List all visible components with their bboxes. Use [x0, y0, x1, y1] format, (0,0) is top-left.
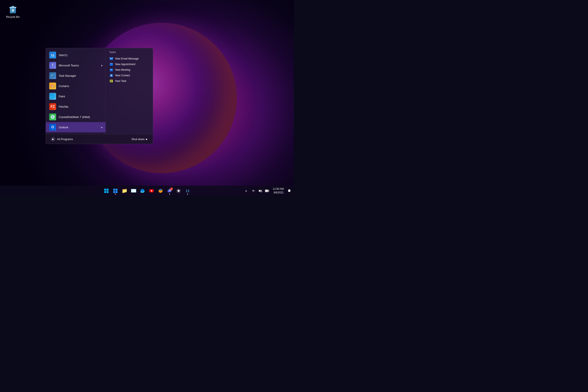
task-new-meeting[interactable]: New Meeting — [109, 67, 149, 73]
all-programs-arrow-icon: ▶ — [51, 137, 55, 141]
appointment-task-icon — [109, 62, 114, 66]
clock-date: 8/6/2021 — [273, 191, 284, 194]
menu-item-crystaldisk-label: CrystalDiskMark 7 (64bit) — [59, 116, 90, 119]
wifi-icon[interactable] — [250, 188, 256, 194]
start11-dot — [115, 194, 116, 194]
contact-task-icon — [109, 74, 114, 77]
outlook-icon: O — [49, 124, 56, 131]
shutdown-label: Shut down — [132, 138, 145, 141]
svg-rect-40 — [269, 190, 269, 191]
taskbar-teams-icon[interactable]: T 1 — [165, 186, 174, 195]
teams-icon: T — [49, 62, 56, 69]
all-programs-label: All Programs — [57, 138, 73, 141]
menu-item-filezilla-label: FileZilla — [59, 105, 68, 108]
tray-chevron-button[interactable]: ∧ — [243, 188, 249, 194]
task-new-email[interactable]: New Email Message — [109, 56, 149, 62]
start-menu: 11 Start11 T Microsoft Teams ▶ — [46, 48, 153, 144]
svg-rect-26 — [113, 191, 115, 193]
volume-icon[interactable] — [257, 188, 263, 194]
clock-time: 11:00 AM — [273, 187, 284, 191]
shutdown-arrow: ▶ — [146, 138, 148, 140]
svg-rect-27 — [116, 191, 118, 193]
curtains-icon: 🎨 — [49, 82, 56, 90]
svg-rect-8 — [53, 76, 54, 77]
menu-item-teams[interactable]: T Microsoft Teams ▶ — [46, 60, 106, 70]
start11-icon: 11 — [49, 52, 56, 58]
svg-rect-6 — [53, 74, 54, 76]
svg-rect-5 — [51, 74, 52, 76]
svg-rect-12 — [110, 63, 111, 64]
crystaldisk-icon: 💿 — [49, 114, 56, 120]
system-tray: ∧ — [243, 186, 292, 195]
desktop: ♻ Recycle Bin 11 Start11 — [0, 0, 294, 196]
taskbar-mail-icon[interactable]: ✉️ — [129, 186, 138, 195]
taskbar: 📁 ✉️ — [0, 186, 294, 196]
menu-item-curtains-label: Curtains — [59, 84, 69, 88]
email-task-icon — [109, 57, 114, 60]
taskbar-start-button[interactable] — [102, 186, 111, 195]
teams-notification-badge: 1 — [170, 188, 173, 190]
svg-rect-39 — [266, 190, 268, 192]
tasks-header: Tasks — [109, 51, 149, 54]
start-menu-right-panel: Tasks New Email Message — [106, 48, 153, 134]
taskbar-firefox-icon[interactable] — [156, 186, 165, 195]
taskbar-folder-icon[interactable]: 📁 — [120, 186, 129, 195]
task-appointment-label: New Appointment — [115, 63, 136, 66]
recycle-bin-icon[interactable]: ♻ Recycle Bin — [4, 4, 22, 18]
taskbar-start11-icon[interactable] — [111, 186, 120, 195]
filezilla-icon: FZ — [49, 103, 56, 110]
windows-logo-icon — [104, 189, 108, 193]
svg-rect-22 — [110, 81, 112, 82]
taskbar-center: 📁 ✉️ — [102, 186, 192, 195]
shutdown-button[interactable]: Shut down ▶ — [130, 137, 149, 142]
menu-item-paint-label: Paint — [59, 95, 65, 98]
task-new-appointment[interactable]: New Appointment — [109, 62, 149, 67]
start-menu-footer: ▶ All Programs Shut down ▶ — [46, 134, 153, 144]
svg-text:11: 11 — [186, 189, 190, 193]
taskbar-start11-bar-icon[interactable]: 11 — [183, 186, 192, 195]
taskmgr-icon — [49, 72, 56, 79]
menu-item-curtains[interactable]: 🎨 Curtains — [46, 81, 106, 91]
menu-item-paint[interactable]: 🌐 Paint — [46, 91, 106, 102]
svg-text:♻: ♻ — [12, 9, 14, 12]
svg-rect-23 — [110, 82, 112, 82]
start-menu-left-panel: 11 Start11 T Microsoft Teams ▶ — [46, 48, 106, 134]
all-programs-button[interactable]: ▶ All Programs — [49, 136, 74, 142]
svg-point-16 — [111, 69, 112, 70]
recycle-bin-label: Recycle Bin — [6, 16, 20, 18]
menu-item-teams-label: Microsoft Teams — [59, 64, 79, 67]
chevron-icon: ∧ — [245, 189, 247, 192]
svg-text:11: 11 — [51, 54, 54, 57]
teams-submenu-arrow: ▶ — [101, 64, 103, 66]
menu-item-taskmgr[interactable]: Task Manager — [46, 70, 106, 81]
task-task-label: New Task — [115, 80, 126, 82]
paint-icon: 🌐 — [49, 93, 56, 100]
svg-rect-13 — [112, 63, 112, 64]
svg-rect-11 — [110, 63, 113, 64]
taskbar-youtube-icon[interactable] — [147, 186, 156, 195]
menu-item-filezilla[interactable]: FZ FileZilla — [46, 102, 106, 112]
taskbar-edge-icon[interactable] — [138, 186, 147, 195]
tray-icons-group — [250, 188, 270, 194]
svg-marker-37 — [259, 190, 260, 192]
menu-item-outlook-label: Outlook — [59, 126, 68, 129]
system-clock[interactable]: 11:00 AM 8/6/2021 — [272, 186, 285, 195]
svg-rect-24 — [113, 189, 115, 191]
task-email-label: New Email Message — [115, 57, 138, 60]
task-new-task[interactable]: New Task — [109, 78, 149, 84]
svg-rect-25 — [116, 189, 118, 191]
svg-rect-7 — [51, 76, 52, 77]
svg-rect-2 — [12, 6, 14, 7]
taskbar-settings-icon[interactable] — [174, 186, 183, 195]
svg-point-34 — [178, 190, 179, 192]
menu-item-crystaldisk[interactable]: 💿 CrystalDiskMark 7 (64bit) — [46, 112, 106, 122]
battery-icon[interactable] — [264, 188, 270, 194]
notification-center-icon[interactable] — [286, 188, 292, 194]
start11bar-dot — [187, 194, 188, 194]
menu-item-start11[interactable]: 11 Start11 — [46, 50, 106, 60]
task-new-contact[interactable]: New Contact — [109, 73, 149, 78]
outlook-submenu-arrow: ▶ — [101, 126, 103, 128]
meeting-task-icon — [109, 68, 114, 72]
menu-item-outlook[interactable]: O Outlook ▶ — [46, 122, 106, 132]
svg-rect-19 — [110, 76, 112, 76]
